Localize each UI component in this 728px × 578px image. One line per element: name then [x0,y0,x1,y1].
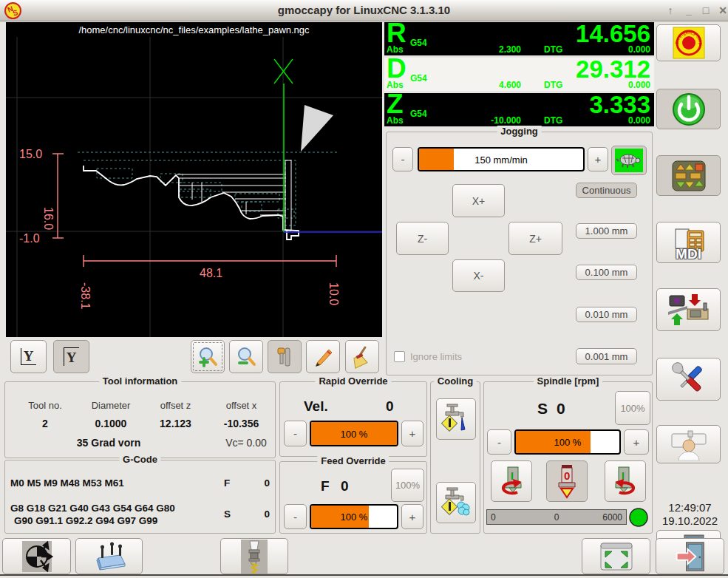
pencil-icon [311,345,335,369]
dtg-value: 0.000 [628,115,650,126]
dim-top: 15.0 [19,148,42,160]
minimize-button[interactable]: _ [681,3,696,18]
mdi-label: MDI [657,246,720,262]
maximize-button[interactable]: □ [698,3,713,18]
spindle-reset-button[interactable]: 100% [615,391,650,425]
feed-override-slider[interactable]: 100 % [310,504,398,529]
tool-no-value: 2 [13,418,78,429]
clear-plot-button[interactable] [345,340,379,373]
feed-reset-button[interactable]: 100% [391,469,424,502]
jog-increment-1-button[interactable]: 1.000 mm [576,223,637,239]
rapid-minus-button[interactable]: - [284,421,307,446]
gcode-title: G-Code [119,454,161,465]
jog-x-minus-button[interactable]: X- [452,259,505,292]
velocity-value: 0 [386,398,394,415]
dro-panel: R G54 14.656 Abs 2.300 DTG 0.000 D G54 2… [384,22,654,127]
tool-change-button[interactable] [220,538,288,574]
jog-x-plus-button[interactable]: X+ [452,184,505,217]
abs-value: 4.600 [458,80,521,90]
clock-date: 19.10.2022 [655,514,725,528]
jog-speed-plus-button[interactable]: + [588,147,608,171]
user-settings-button[interactable] [656,425,721,463]
turtle-jog-button[interactable] [611,146,647,175]
spindle-ccw-button[interactable]: I [491,460,532,502]
manual-mode-button[interactable] [656,155,721,196]
jog-increment-3-button[interactable]: 0.010 mm [576,307,637,322]
rapid-plus-button[interactable]: + [401,421,423,446]
touch-plate-button[interactable] [75,538,143,574]
spindle-override-slider[interactable]: 100 % [514,429,621,455]
spindle-minus-button[interactable]: - [487,429,511,455]
dro-row-r[interactable]: R G54 14.656 Abs 2.300 DTG 0.000 [384,22,654,55]
quit-door-icon [674,540,707,573]
ignore-limits-checkbox[interactable] [394,351,405,362]
estop-icon: Emergency-Stop [673,27,705,59]
tool-cone [301,105,333,152]
tool-position-marker [274,59,293,232]
feed-label: F [321,478,330,494]
close-button[interactable]: ✕ [715,3,728,18]
settings-button[interactable] [656,358,721,401]
estop-button[interactable]: Emergency-Stop [656,24,721,61]
edit-gcode-button[interactable] [306,340,340,373]
touch-off-button[interactable] [2,538,71,574]
flood-coolant-button[interactable] [436,482,476,523]
zoom-in-icon [197,346,219,368]
quit-button[interactable] [656,538,724,574]
fullscreen-button[interactable] [582,538,650,574]
rapid-override-value: 100 % [311,428,397,439]
auto-mode-button[interactable] [656,288,721,331]
jog-z-minus-button[interactable]: Z- [396,222,449,255]
dimension-absolute-button[interactable]: Y [10,340,47,373]
offset-x-value: -10.356 [211,418,272,429]
feed-plus-button[interactable]: + [401,504,423,529]
caliper-icon [273,346,296,368]
spindle-override-value: 100 % [516,437,619,448]
dimension-relative-button[interactable]: Y [53,340,89,373]
dtg-label: DTG [544,115,562,126]
dimension-absolute-label: Y [21,348,37,365]
fullscreen-icon [599,542,633,571]
jog-speed-slider[interactable]: 150 mm/min [418,147,585,171]
rapid-override-slider[interactable]: 100 % [310,421,398,446]
dro-row-z[interactable]: Z G54 3.333 Abs -10.000 DTG 0.000 [384,93,654,126]
f-value: 0 [249,477,270,489]
spindle-stop-button[interactable]: 0 [546,460,588,502]
jog-increment-4-button[interactable]: 0.001 mm [576,348,637,364]
clock: 12:49:07 19.10.2022 [655,501,725,528]
dro-row-d[interactable]: D G54 29.312 Abs 4.600 DTG 0.000 [384,58,654,91]
zoom-in-button[interactable] [191,340,225,373]
shade-window-button[interactable]: ↑ [663,3,678,18]
rapid-moves [78,152,339,225]
vc-value: Vc= 0.00 [220,437,273,449]
clock-time: 12:49:07 [655,501,725,514]
svg-text:0: 0 [564,469,570,482]
spindle-range-max: 6000 [602,512,622,523]
jog-increment-2-button[interactable]: 0.100 mm [576,265,637,280]
measure-button[interactable] [268,340,302,373]
gremlin-preview[interactable]: /home/cnc/linuxcnc/nc_files/examples/lat… [6,22,382,337]
spindle-cw-button[interactable]: I [605,460,646,502]
jog-pad-icon [671,158,707,194]
feed-override-value: 100 % [311,511,397,523]
spindle-cw-icon: I [609,464,642,498]
mist-coolant-button[interactable] [436,398,476,440]
offset-z-value: 12.123 [144,418,207,429]
spindle-plus-button[interactable]: + [624,429,649,455]
jogging-frame: Jogging - 150 mm/min + Continuous X+ Z- … [386,132,653,375]
zoom-out-button[interactable] [229,340,263,373]
machine-on-button[interactable] [656,89,721,129]
active-m-codes: M0 M5 M9 M48 M53 M61 [10,477,124,489]
active-g-codes-line2: G90 G91.1 G92.2 G94 G97 G99 [14,514,157,527]
feed-override-title: Feed Override [317,455,389,466]
flood-coolant-icon [441,486,471,519]
jogging-title: Jogging [497,126,542,137]
dtg-value: 0.000 [628,80,650,90]
feed-minus-button[interactable]: - [284,504,307,529]
dim-bottom: -1.0 [19,232,40,245]
touch-plate-icon [91,540,128,573]
jog-continuous-button[interactable]: Continuous [576,183,637,198]
jog-z-plus-button[interactable]: Z+ [508,222,562,255]
mdi-mode-button[interactable]: MDI [656,222,721,263]
jog-speed-minus-button[interactable]: - [392,147,413,171]
